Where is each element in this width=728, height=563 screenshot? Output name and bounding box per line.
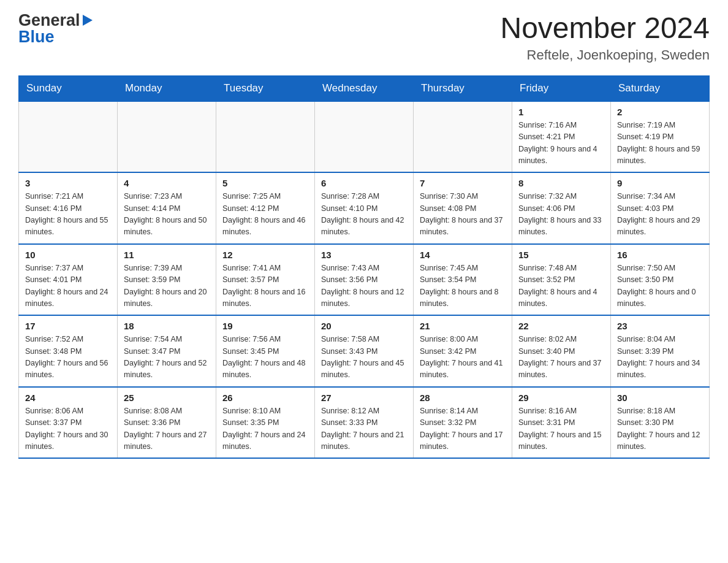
day-number: 17 <box>25 321 111 331</box>
day-number: 18 <box>124 321 210 331</box>
calendar-day: 28Sunrise: 8:14 AM Sunset: 3:32 PM Dayli… <box>414 387 512 459</box>
weekday-header-tuesday: Tuesday <box>216 75 315 101</box>
calendar-day: 27Sunrise: 8:12 AM Sunset: 3:33 PM Dayli… <box>315 387 414 459</box>
calendar-day: 1Sunrise: 7:16 AM Sunset: 4:21 PM Daylig… <box>512 101 611 173</box>
calendar-day: 13Sunrise: 7:43 AM Sunset: 3:56 PM Dayli… <box>315 244 414 316</box>
weekday-header-sunday: Sunday <box>19 75 118 101</box>
calendar-day: 10Sunrise: 7:37 AM Sunset: 4:01 PM Dayli… <box>19 244 118 316</box>
day-info: Sunrise: 8:08 AM Sunset: 3:36 PM Dayligh… <box>124 405 210 453</box>
calendar-day: 21Sunrise: 8:00 AM Sunset: 3:42 PM Dayli… <box>414 315 512 387</box>
day-info: Sunrise: 7:21 AM Sunset: 4:16 PM Dayligh… <box>25 191 111 239</box>
day-info: Sunrise: 8:00 AM Sunset: 3:42 PM Dayligh… <box>420 334 506 381</box>
calendar-day: 14Sunrise: 7:45 AM Sunset: 3:54 PM Dayli… <box>414 244 512 316</box>
day-number: 14 <box>420 250 506 260</box>
day-number: 12 <box>222 250 308 260</box>
day-info: Sunrise: 7:50 AM Sunset: 3:50 PM Dayligh… <box>617 262 703 310</box>
day-info: Sunrise: 7:56 AM Sunset: 3:45 PM Dayligh… <box>222 334 308 381</box>
day-info: Sunrise: 7:54 AM Sunset: 3:47 PM Dayligh… <box>124 334 210 381</box>
day-number: 23 <box>617 321 703 331</box>
day-number: 19 <box>222 321 308 331</box>
day-info: Sunrise: 8:14 AM Sunset: 3:32 PM Dayligh… <box>420 405 506 453</box>
calendar-day: 18Sunrise: 7:54 AM Sunset: 3:47 PM Dayli… <box>118 315 216 387</box>
day-info: Sunrise: 7:28 AM Sunset: 4:10 PM Dayligh… <box>321 191 407 239</box>
day-info: Sunrise: 7:19 AM Sunset: 4:19 PM Dayligh… <box>617 120 703 167</box>
day-info: Sunrise: 7:43 AM Sunset: 3:56 PM Dayligh… <box>321 262 407 310</box>
calendar-day: 8Sunrise: 7:32 AM Sunset: 4:06 PM Daylig… <box>512 172 611 244</box>
day-number: 22 <box>518 321 604 331</box>
day-info: Sunrise: 7:25 AM Sunset: 4:12 PM Dayligh… <box>222 191 308 239</box>
day-number: 8 <box>518 178 604 188</box>
calendar-day: 4Sunrise: 7:23 AM Sunset: 4:14 PM Daylig… <box>118 172 216 244</box>
day-info: Sunrise: 8:16 AM Sunset: 3:31 PM Dayligh… <box>518 405 604 453</box>
day-number: 3 <box>25 178 111 188</box>
day-number: 28 <box>420 393 506 403</box>
day-info: Sunrise: 7:23 AM Sunset: 4:14 PM Dayligh… <box>124 191 210 239</box>
calendar-day: 9Sunrise: 7:34 AM Sunset: 4:03 PM Daylig… <box>611 172 710 244</box>
day-info: Sunrise: 8:04 AM Sunset: 3:39 PM Dayligh… <box>617 334 703 381</box>
calendar-week-4: 17Sunrise: 7:52 AM Sunset: 3:48 PM Dayli… <box>19 315 710 387</box>
day-info: Sunrise: 7:16 AM Sunset: 4:21 PM Dayligh… <box>518 120 604 167</box>
calendar-week-5: 24Sunrise: 8:06 AM Sunset: 3:37 PM Dayli… <box>19 387 710 459</box>
calendar-day: 30Sunrise: 8:18 AM Sunset: 3:30 PM Dayli… <box>611 387 710 459</box>
day-number: 5 <box>222 178 308 188</box>
day-info: Sunrise: 7:48 AM Sunset: 3:52 PM Dayligh… <box>518 262 604 310</box>
day-info: Sunrise: 7:58 AM Sunset: 3:43 PM Dayligh… <box>321 334 407 381</box>
calendar-day: 7Sunrise: 7:30 AM Sunset: 4:08 PM Daylig… <box>414 172 512 244</box>
calendar-day: 20Sunrise: 7:58 AM Sunset: 3:43 PM Dayli… <box>315 315 414 387</box>
calendar-day: 23Sunrise: 8:04 AM Sunset: 3:39 PM Dayli… <box>611 315 710 387</box>
calendar-day: 26Sunrise: 8:10 AM Sunset: 3:35 PM Dayli… <box>216 387 315 459</box>
weekday-header-thursday: Thursday <box>414 75 512 101</box>
weekday-header-wednesday: Wednesday <box>315 75 414 101</box>
day-info: Sunrise: 8:10 AM Sunset: 3:35 PM Dayligh… <box>222 405 308 453</box>
day-number: 25 <box>124 393 210 403</box>
weekday-header-saturday: Saturday <box>611 75 710 101</box>
calendar-day: 24Sunrise: 8:06 AM Sunset: 3:37 PM Dayli… <box>19 387 118 459</box>
day-number: 13 <box>321 250 407 260</box>
calendar-day <box>414 101 512 173</box>
calendar-day: 17Sunrise: 7:52 AM Sunset: 3:48 PM Dayli… <box>19 315 118 387</box>
day-info: Sunrise: 7:37 AM Sunset: 4:01 PM Dayligh… <box>25 262 111 310</box>
day-info: Sunrise: 8:12 AM Sunset: 3:33 PM Dayligh… <box>321 405 407 453</box>
calendar-day: 29Sunrise: 8:16 AM Sunset: 3:31 PM Dayli… <box>512 387 611 459</box>
day-number: 7 <box>420 178 506 188</box>
title-section: November 2024 Reftele, Joenkoeping, Swed… <box>500 12 710 63</box>
day-number: 21 <box>420 321 506 331</box>
calendar-day <box>315 101 414 173</box>
calendar-day: 11Sunrise: 7:39 AM Sunset: 3:59 PM Dayli… <box>118 244 216 316</box>
calendar-day <box>19 101 118 173</box>
calendar-day: 12Sunrise: 7:41 AM Sunset: 3:57 PM Dayli… <box>216 244 315 316</box>
weekday-header-monday: Monday <box>118 75 216 101</box>
calendar-day <box>216 101 315 173</box>
day-number: 2 <box>617 107 703 117</box>
day-info: Sunrise: 7:41 AM Sunset: 3:57 PM Dayligh… <box>222 262 308 310</box>
day-number: 27 <box>321 393 407 403</box>
calendar-day: 5Sunrise: 7:25 AM Sunset: 4:12 PM Daylig… <box>216 172 315 244</box>
day-number: 30 <box>617 393 703 403</box>
day-number: 26 <box>222 393 308 403</box>
weekday-header-friday: Friday <box>512 75 611 101</box>
day-number: 4 <box>124 178 210 188</box>
calendar-table: SundayMondayTuesdayWednesdayThursdayFrid… <box>18 75 710 459</box>
day-info: Sunrise: 7:32 AM Sunset: 4:06 PM Dayligh… <box>518 191 604 239</box>
location-title: Reftele, Joenkoeping, Sweden <box>500 47 710 63</box>
calendar-day: 25Sunrise: 8:08 AM Sunset: 3:36 PM Dayli… <box>118 387 216 459</box>
day-number: 16 <box>617 250 703 260</box>
logo: General Blue <box>18 12 93 45</box>
calendar-day: 22Sunrise: 8:02 AM Sunset: 3:40 PM Dayli… <box>512 315 611 387</box>
day-number: 9 <box>617 178 703 188</box>
calendar-week-2: 3Sunrise: 7:21 AM Sunset: 4:16 PM Daylig… <box>19 172 710 244</box>
calendar-day: 6Sunrise: 7:28 AM Sunset: 4:10 PM Daylig… <box>315 172 414 244</box>
day-info: Sunrise: 7:45 AM Sunset: 3:54 PM Dayligh… <box>420 262 506 310</box>
day-info: Sunrise: 7:30 AM Sunset: 4:08 PM Dayligh… <box>420 191 506 239</box>
day-number: 15 <box>518 250 604 260</box>
calendar-day <box>118 101 216 173</box>
day-info: Sunrise: 8:06 AM Sunset: 3:37 PM Dayligh… <box>25 405 111 453</box>
calendar-day: 2Sunrise: 7:19 AM Sunset: 4:19 PM Daylig… <box>611 101 710 173</box>
day-info: Sunrise: 8:18 AM Sunset: 3:30 PM Dayligh… <box>617 405 703 453</box>
day-number: 1 <box>518 107 604 117</box>
day-info: Sunrise: 8:02 AM Sunset: 3:40 PM Dayligh… <box>518 334 604 381</box>
logo-general-text: General <box>18 12 80 29</box>
day-number: 29 <box>518 393 604 403</box>
calendar-week-1: 1Sunrise: 7:16 AM Sunset: 4:21 PM Daylig… <box>19 101 710 173</box>
page-header: General Blue November 2024 Reftele, Joen… <box>18 12 710 63</box>
